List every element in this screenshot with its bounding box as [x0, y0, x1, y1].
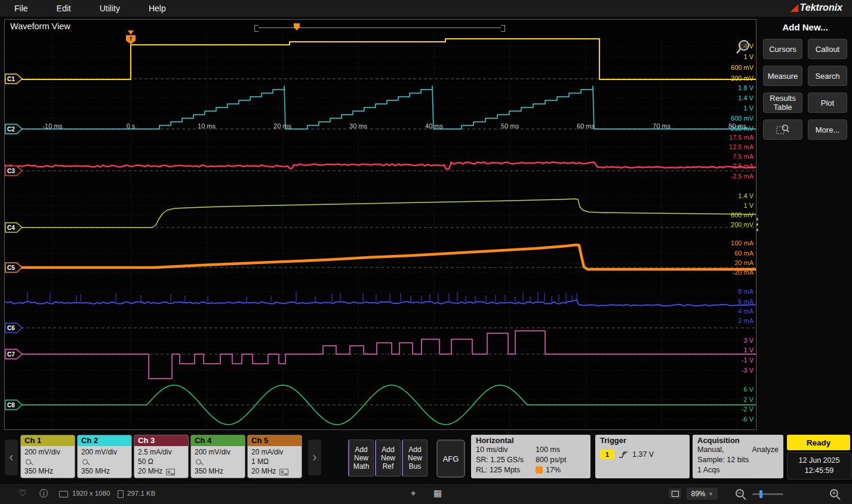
channel-card-ch2[interactable]: Ch 2 200 mV/div 350 MHz: [77, 435, 132, 478]
scale-label-c2: 1.8 V: [738, 84, 753, 91]
trigger-source-badge: 1: [600, 450, 614, 459]
logo-mark-icon: [791, 4, 798, 12]
cursors-button[interactable]: Cursors: [763, 39, 802, 59]
waveform-view-title: Waveform View: [10, 21, 70, 31]
acquisition-sample: Sample: 12 bits: [697, 455, 749, 465]
add-new-ref-button[interactable]: Add New Ref: [375, 440, 401, 477]
add-new-bus-button[interactable]: Add New Bus: [402, 440, 427, 477]
channel-card-ch1[interactable]: Ch 1 200 mV/div 350 MHz: [20, 435, 75, 478]
channel-card-ch4[interactable]: Ch 4 200 mV/div 350 MHz: [190, 435, 245, 478]
waveform-c4: [5, 199, 756, 228]
zoom-level-value: 89%: [691, 490, 706, 498]
zoom-level-select[interactable]: 89% ▼: [687, 488, 718, 500]
scale-label-c1: 1 V: [743, 53, 753, 60]
scale-label-c6: 8 mA: [738, 288, 753, 295]
channel-bandwidth: 350 MHz: [195, 467, 241, 475]
trigger-level: 1.37 V: [632, 450, 654, 459]
scale-label-c7: -1 V: [742, 357, 754, 364]
channel-card-header: Ch 1: [21, 435, 75, 446]
channel-badge-label: C7: [7, 351, 15, 358]
scale-label-c8: -6 V: [742, 416, 754, 423]
favorite-heart-icon[interactable]: ♡: [19, 488, 26, 499]
grid-view-icon[interactable]: ▦: [433, 488, 442, 499]
scale-label-c3: 12.5 mA: [729, 143, 754, 150]
monitor-icon: [672, 491, 679, 497]
scale-label-c8: 2 V: [743, 396, 753, 403]
callout-button[interactable]: Callout: [808, 39, 847, 59]
channel-card-ch3[interactable]: Ch 3 2.5 mA/div 50 Ω 20 MHzBW: [134, 435, 189, 478]
scale-label-c7: -3 V: [742, 367, 754, 374]
menu-utility[interactable]: Utility: [100, 4, 120, 13]
channel-scroll-right-button[interactable]: ›: [308, 440, 321, 475]
scale-label-c2: 600 mV: [731, 115, 754, 122]
channel-scroll-left-button[interactable]: ‹: [5, 440, 18, 475]
trigger-panel[interactable]: Trigger 1 1.37 V: [595, 435, 690, 478]
bandwidth-limit-icon: BW: [166, 469, 175, 475]
channel-scale: 200 mV/div: [24, 448, 71, 456]
add-new-title: Add New...: [758, 22, 852, 32]
zoom-out-button[interactable]: −: [736, 489, 744, 497]
bandwidth-limit-icon: BW: [279, 469, 288, 475]
trigger-flag-label: T: [129, 36, 133, 42]
zoom-glass-icon[interactable]: [739, 41, 749, 50]
horizontal-resolution: 800 ps/pt: [536, 455, 566, 465]
trigger-title: Trigger: [595, 435, 690, 445]
search-button[interactable]: Search: [808, 66, 847, 86]
more-button[interactable]: More...: [808, 119, 847, 140]
status-bar: ♡ ⓘ 1920 x 1080 297.1 KB ⌖ ▦ 89% ▼ − +: [0, 484, 852, 504]
time-label: 0 s: [127, 122, 136, 130]
channel-scale: 2.5 mA/div: [138, 448, 184, 456]
acquisition-mode: Manual,: [697, 445, 724, 455]
add-new-buttons: Cursors Callout Measure Search Results T…: [758, 39, 852, 140]
tektronix-logo: Tektronix: [791, 2, 842, 13]
menu-file[interactable]: File: [14, 4, 28, 13]
monitor-toggle-button[interactable]: [669, 488, 681, 499]
menu-edit[interactable]: Edit: [57, 4, 71, 13]
date-text: 12 Jun 2025: [799, 456, 840, 466]
trigger-position-arrow[interactable]: [128, 30, 134, 35]
zoom-slider-thumb[interactable]: [759, 490, 762, 498]
chevron-down-icon: ▼: [709, 491, 713, 497]
acquisition-panel[interactable]: Acquisition Manual,Analyze Sample: 12 bi…: [693, 435, 783, 478]
add-new-math-button[interactable]: Add New Math: [348, 440, 374, 477]
fit-screen-icon[interactable]: ⌖: [411, 488, 416, 499]
horizontal-panel[interactable]: Horizontal 10 ms/div100 ms SR: 1.25 GS/s…: [471, 435, 590, 478]
scale-label-c4: 600 mV: [731, 211, 754, 219]
acquisition-title: Acquisition: [693, 435, 783, 445]
zoom-slider[interactable]: [752, 493, 783, 495]
horizontal-position-minimap[interactable]: [254, 25, 505, 32]
scale-label-c4: 1.4 V: [738, 192, 753, 199]
channel-card-header: Ch 3: [134, 435, 188, 446]
minimap-trigger-marker[interactable]: [294, 23, 300, 30]
scale-label-c5: 60 mA: [734, 250, 753, 257]
channel-card-header: Ch 4: [191, 435, 245, 446]
measure-button[interactable]: Measure: [763, 66, 802, 86]
horizontal-scale: 10 ms/div: [476, 445, 536, 455]
scale-label-c2: 1 V: [743, 105, 753, 112]
scale-label-c1: 200 mV: [731, 75, 754, 82]
scale-label-c5: 100 mA: [731, 239, 754, 247]
channel-scale: 20 mA/div: [251, 448, 298, 456]
info-icon[interactable]: ⓘ: [39, 488, 48, 499]
time-label: 70 ms: [653, 122, 670, 130]
channel-badge-label: C6: [7, 325, 15, 331]
channel-badge-label: C8: [7, 402, 15, 408]
channel-badge-label: C5: [7, 265, 15, 271]
time-label: 60 ms: [577, 122, 595, 130]
menu-bar: File Edit Utility Help Tektronix: [0, 0, 852, 17]
time-label: 10 ms: [198, 122, 216, 130]
channel-card-ch5[interactable]: Ch 5 20 mA/div 1 MΩ 20 MHzBW: [247, 435, 302, 478]
afg-button[interactable]: AFG: [436, 440, 465, 478]
time-label: 30 ms: [349, 122, 367, 130]
channel-badge-label: C4: [7, 225, 15, 231]
channel-scale: 200 mV/div: [195, 448, 241, 456]
channel-scale: 200 mV/div: [81, 448, 128, 456]
plot-button[interactable]: Plot: [808, 93, 847, 113]
waveform-plot[interactable]: C11.4 V1 V600 mV200 mVC21.8 V1.4 V1 V600…: [5, 35, 756, 429]
scale-label-c2: 1.4 V: [738, 94, 753, 102]
menu-help[interactable]: Help: [149, 4, 166, 13]
zoom-mode-button[interactable]: [763, 119, 802, 140]
zoom-in-button[interactable]: +: [830, 489, 838, 497]
scale-label-c3: 7.5 mA: [733, 153, 754, 160]
results-table-button[interactable]: Results Table: [763, 93, 802, 113]
